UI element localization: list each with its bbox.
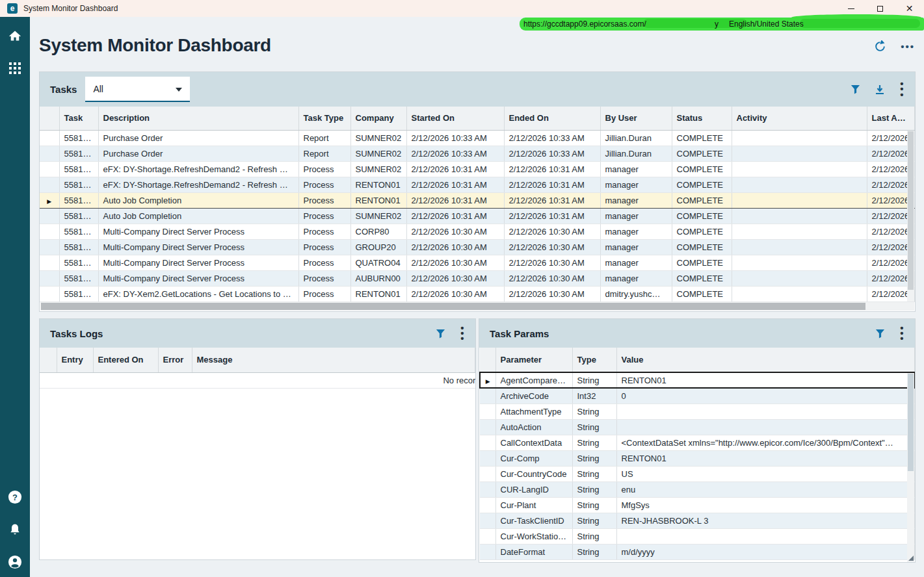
row-selector[interactable] <box>480 388 495 404</box>
column-header[interactable]: Task Type <box>298 107 350 130</box>
cell: Purchase Order <box>98 146 298 161</box>
tasks-download-button[interactable] <box>875 84 885 95</box>
tasks-menu-button[interactable]: ••• <box>899 81 904 97</box>
cell: Process <box>298 270 350 286</box>
table-row[interactable]: CUR-LangIDStringenu <box>480 481 914 497</box>
row-selector[interactable] <box>480 466 495 481</box>
cell <box>616 419 914 435</box>
row-selector[interactable] <box>480 419 495 435</box>
cell: 2/12/2026 10:31 AM <box>406 161 504 177</box>
row-selector[interactable] <box>40 177 59 192</box>
table-row[interactable]: ▶AgentCompare…StringRENTON01 <box>480 372 914 388</box>
table-row[interactable]: ArchiveCodeInt320 <box>480 388 914 404</box>
tasks-filter-button[interactable] <box>851 84 860 94</box>
scrollbar-thumb[interactable] <box>41 303 865 310</box>
row-selector[interactable] <box>40 255 59 270</box>
table-row[interactable]: ▶5581303Auto Job CompletionProcessRENTON… <box>40 192 915 208</box>
row-selector[interactable] <box>40 224 59 239</box>
column-header[interactable]: Message <box>192 348 475 372</box>
cell: manager <box>600 270 672 286</box>
cell <box>616 528 914 544</box>
tasks-filter-dropdown[interactable]: All <box>85 77 190 102</box>
row-selector[interactable] <box>40 130 59 146</box>
row-selector[interactable] <box>480 481 495 497</box>
sidebar-item-home[interactable] <box>0 27 30 44</box>
column-header[interactable]: Last Activ <box>867 107 915 130</box>
row-selector[interactable] <box>40 146 59 161</box>
column-header[interactable]: Error <box>158 348 192 372</box>
table-row[interactable]: AutoActionString <box>480 419 914 435</box>
column-header[interactable]: Value <box>616 348 914 372</box>
row-selector[interactable] <box>40 286 59 301</box>
table-row[interactable]: 5581301Multi-Company Direct Server Proce… <box>40 224 915 239</box>
refresh-button[interactable] <box>874 40 886 53</box>
table-row[interactable]: 5581307Purchase OrderReportSUMNER022/12/… <box>40 130 915 146</box>
column-header[interactable]: Ended On <box>504 107 600 130</box>
table-row[interactable]: 5581299Multi-Company Direct Server Proce… <box>40 255 915 270</box>
table-row[interactable]: Cur-PlantStringMfgSys <box>480 497 914 513</box>
table-row[interactable]: 5581302Auto Job CompletionProcessSUMNER0… <box>40 208 915 224</box>
row-selector[interactable] <box>480 544 495 559</box>
column-header[interactable]: By User <box>600 107 672 130</box>
logs-filter-button[interactable] <box>436 329 445 339</box>
table-row[interactable]: CallContextDataString<ContextDataSet xml… <box>480 435 914 450</box>
row-selector[interactable]: ▶ <box>40 192 59 208</box>
params-vertical-scrollbar[interactable] <box>907 373 914 562</box>
row-selector[interactable] <box>480 528 495 544</box>
logs-menu-button[interactable]: ••• <box>460 326 465 342</box>
column-header[interactable]: Entry <box>57 348 93 372</box>
close-button[interactable]: ✕ <box>895 0 924 17</box>
row-selector[interactable] <box>480 404 495 419</box>
row-selector[interactable] <box>480 513 495 528</box>
column-header[interactable]: Entered On <box>93 348 158 372</box>
table-row[interactable]: DateFormatStringm/d/yyyy <box>480 544 914 559</box>
column-header[interactable]: Type <box>572 348 616 372</box>
tasks-table: TaskDescriptionTask TypeCompanyStarted O… <box>40 107 915 302</box>
sidebar-item-notifications[interactable] <box>0 521 30 538</box>
row-selector[interactable] <box>40 161 59 177</box>
tasks-vertical-scrollbar[interactable] <box>907 131 914 301</box>
column-header[interactable]: Activity <box>732 107 867 130</box>
cell <box>732 286 867 301</box>
row-selector[interactable] <box>40 208 59 224</box>
row-selector[interactable] <box>480 497 495 513</box>
cell: manager <box>600 177 672 192</box>
scrollbar-thumb[interactable] <box>908 131 914 290</box>
sidebar-item-help[interactable]: ? <box>0 489 30 506</box>
column-header[interactable]: Started On <box>406 107 504 130</box>
table-row[interactable]: Cur-TaskClientIDStringREN-JHASBROOK-L 3 <box>480 513 914 528</box>
column-header[interactable]: Company <box>350 107 406 130</box>
cell: String <box>572 513 616 528</box>
sidebar-item-account[interactable] <box>0 554 30 571</box>
cell: 5581301 <box>59 224 98 239</box>
row-selector[interactable] <box>40 270 59 286</box>
table-row[interactable]: Cur-CountryCodeStringUS <box>480 466 914 481</box>
row-selector[interactable] <box>480 450 495 466</box>
cell: Cur-WorkStatio… <box>495 528 572 544</box>
table-row[interactable]: Cur-WorkStatio…String <box>480 528 914 544</box>
table-row[interactable]: 5581300Multi-Company Direct Server Proce… <box>40 239 915 255</box>
table-row[interactable]: AttachmentTypeString <box>480 404 914 419</box>
table-row[interactable]: Cur-CompStringRENTON01 <box>480 450 914 466</box>
table-row[interactable]: 5581298Multi-Company Direct Server Proce… <box>40 270 915 286</box>
column-header[interactable]: Status <box>672 107 732 130</box>
table-row[interactable]: 5581297eFX: DY-Xem2.GetLocations - Get L… <box>40 286 915 301</box>
overflow-menu-button[interactable]: ••• <box>901 42 915 51</box>
tasks-horizontal-scrollbar[interactable] <box>40 302 914 311</box>
params-menu-button[interactable]: ••• <box>899 326 904 342</box>
row-selector[interactable] <box>480 435 495 450</box>
row-selector[interactable] <box>40 239 59 255</box>
table-row[interactable]: 5581306Purchase OrderReportSUMNER022/12/… <box>40 146 915 161</box>
cell: COMPLETE <box>672 177 732 192</box>
scrollbar-thumb[interactable] <box>908 374 914 471</box>
row-selector[interactable]: ▶ <box>480 372 495 388</box>
column-header[interactable]: Task <box>59 107 98 130</box>
params-filter-button[interactable] <box>875 329 885 339</box>
resize-grip[interactable] <box>908 556 914 561</box>
column-header[interactable]: Parameter <box>495 348 572 372</box>
table-row[interactable]: 5581304eFX: DY-Shortage.RefreshDemand2 -… <box>40 177 915 192</box>
column-header[interactable]: Description <box>98 107 298 130</box>
sidebar-item-apps[interactable] <box>0 60 30 77</box>
table-row[interactable]: 5581305eFX: DY-Shortage.RefreshDemand2 -… <box>40 161 915 177</box>
cell <box>732 255 867 270</box>
